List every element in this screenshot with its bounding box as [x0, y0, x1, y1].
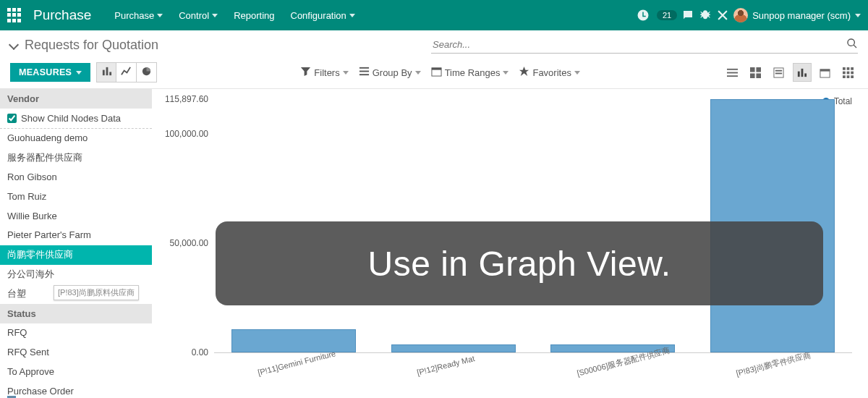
svg-rect-21 [805, 73, 807, 77]
measures-button[interactable]: MEASURES [10, 63, 90, 82]
caret-down-icon [343, 71, 349, 75]
view-pivot[interactable] [839, 63, 858, 82]
user-name[interactable]: Sunpop manager (scm) [752, 10, 851, 21]
app-brand: Purchase [33, 7, 91, 23]
search-icon[interactable] [846, 38, 858, 52]
y-tick-label: 50,000.00 [156, 238, 208, 248]
caret-down-icon [855, 14, 861, 17]
sidebar-show-child[interactable]: Show Child Nodes Data [0, 109, 152, 129]
svg-rect-27 [843, 71, 846, 74]
x-axis-line [214, 352, 852, 353]
sidebar-vendor-item[interactable]: 分公司海外[P!83]尚鹏原料供应商 [0, 265, 152, 284]
y-tick-label: 100,000.00 [156, 129, 208, 139]
svg-rect-2 [109, 72, 111, 75]
y-tick-label: 115,897.60 [156, 94, 208, 104]
svg-rect-32 [851, 75, 854, 78]
svg-rect-31 [847, 75, 850, 78]
svg-rect-23 [820, 69, 830, 71]
sidebar-vendor-item[interactable]: Tom Ruiz [0, 187, 152, 207]
svg-rect-6 [359, 74, 369, 75]
activity-badge[interactable]: 21 [657, 10, 677, 20]
groupby-label: Group By [373, 67, 412, 78]
sidebar-status-item[interactable]: Purchase Order [0, 382, 152, 394]
groupby-button[interactable]: Group By [359, 66, 421, 79]
view-list[interactable] [723, 63, 742, 82]
line-chart-icon [121, 66, 132, 80]
caret-down-icon [415, 71, 421, 75]
svg-rect-18 [775, 72, 782, 74]
star-icon [519, 66, 529, 79]
svg-rect-20 [801, 68, 804, 76]
nav-label: Control [179, 10, 209, 21]
close-icon[interactable] [716, 9, 729, 22]
svg-rect-24 [843, 67, 846, 70]
apps-icon[interactable] [7, 8, 22, 22]
avatar[interactable] [733, 8, 748, 22]
sidebar-status-item[interactable]: RFQ [0, 323, 152, 343]
view-form[interactable] [770, 63, 788, 82]
sidebar-vendor-item[interactable]: 台塑 [0, 284, 152, 304]
chart-type-bar[interactable] [96, 62, 116, 82]
svg-rect-9 [727, 68, 738, 69]
favorites-button[interactable]: Favorites [519, 66, 579, 79]
chevron-down-icon[interactable] [9, 40, 19, 50]
activity-icon[interactable] [637, 9, 650, 22]
sidebar-vendor-item[interactable]: 尚鹏零件供应商 [0, 245, 152, 265]
svg-rect-25 [847, 67, 850, 70]
search-box[interactable] [431, 36, 858, 54]
chat-icon[interactable] [681, 9, 694, 22]
view-graph[interactable] [793, 63, 812, 82]
filters-label: Filters [314, 67, 339, 78]
svg-rect-1 [106, 67, 108, 75]
svg-rect-14 [750, 73, 755, 78]
svg-rect-10 [727, 72, 738, 73]
caret-down-icon [574, 71, 580, 75]
svg-rect-29 [851, 71, 854, 74]
sidebar-status-header[interactable]: Status [0, 304, 152, 323]
sidebar-status-item[interactable]: RFQ Sent [0, 343, 152, 363]
svg-rect-19 [798, 71, 800, 77]
chart-type-pie[interactable] [137, 62, 157, 82]
calendar-icon [431, 66, 442, 79]
show-child-label: Show Child Nodes Data [21, 113, 121, 124]
sidebar-vendor-item[interactable]: 服务器配件供应商 [0, 148, 152, 168]
svg-rect-28 [847, 71, 850, 74]
svg-rect-11 [727, 75, 738, 77]
svg-rect-15 [757, 73, 762, 78]
bug-icon[interactable] [699, 9, 712, 22]
sidebar-header-label: Status [7, 308, 36, 319]
nav-purchase[interactable]: Purchase [109, 7, 169, 24]
nav-control[interactable]: Control [173, 7, 224, 24]
caret-down-icon [157, 14, 163, 17]
caret-down-icon [212, 14, 218, 17]
pie-chart-icon [141, 66, 152, 80]
svg-rect-30 [843, 75, 846, 78]
view-kanban[interactable] [746, 63, 765, 82]
sidebar-vendor-header[interactable]: Vendor [0, 89, 152, 109]
caret-down-icon [503, 71, 509, 75]
sidebar-vendor-item[interactable]: Willie Burke [0, 207, 152, 226]
timeranges-button[interactable]: Time Ranges [431, 66, 509, 79]
view-calendar[interactable] [816, 63, 835, 82]
search-input[interactable] [431, 36, 846, 53]
svg-rect-5 [359, 71, 369, 72]
show-child-checkbox[interactable] [7, 114, 17, 123]
nav-configuration[interactable]: Configuration [285, 7, 361, 24]
sidebar-vendor-item[interactable]: Guohuadeng demo [0, 129, 152, 148]
y-tick-label: 0.00 [156, 347, 208, 357]
svg-rect-13 [757, 67, 762, 72]
sidebar-header-label: Vendor [7, 93, 39, 104]
filters-button[interactable]: Filters [300, 66, 348, 79]
caret-down-icon [76, 71, 82, 75]
svg-rect-26 [851, 67, 854, 70]
nav-label: Reporting [234, 10, 274, 21]
overlay-text: Use in Graph View. [368, 244, 671, 284]
list-icon [359, 66, 370, 79]
nav-reporting[interactable]: Reporting [228, 7, 280, 24]
caret-down-icon [349, 14, 355, 17]
chart-type-line[interactable] [116, 62, 137, 82]
sidebar-vendor-item[interactable]: Pieter Parter's Farm [0, 226, 152, 245]
sidebar-status-item[interactable]: To Approve [0, 363, 152, 382]
svg-rect-17 [775, 69, 782, 71]
sidebar-vendor-item[interactable]: Ron Gibson [0, 168, 152, 187]
